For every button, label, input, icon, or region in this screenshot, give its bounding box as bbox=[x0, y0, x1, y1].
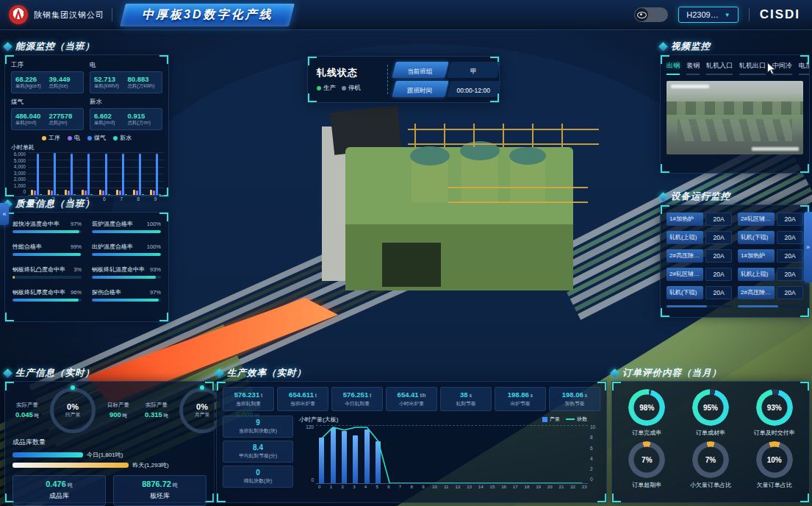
x-tick: 5 bbox=[371, 484, 383, 489]
equipment-value: 20A bbox=[705, 268, 732, 281]
stat-label: 出炉节奏 bbox=[496, 400, 545, 407]
efficiency-side-card: 0待轧块数(块) bbox=[223, 466, 293, 488]
camera-tab-轧机入口[interactable]: 轧机入口 bbox=[706, 61, 733, 75]
bar-煤气 bbox=[105, 154, 107, 195]
legend-item-电[interactable]: 电 bbox=[68, 134, 80, 142]
bar-group bbox=[150, 152, 161, 195]
equipment-label: 轧机(下辊) bbox=[667, 286, 703, 299]
quality-percent: 99% bbox=[71, 243, 82, 250]
equipment-scrollbar-right[interactable] bbox=[738, 305, 803, 307]
equipment-row[interactable]: 2#轧区辅…20A bbox=[738, 213, 803, 226]
bar-电 bbox=[85, 190, 87, 195]
warehouse-boxes: 0.476 吨成品库8876.72 吨板坯库 bbox=[5, 469, 214, 506]
y-tick: 0 bbox=[299, 478, 314, 483]
camera-feed[interactable] bbox=[667, 81, 803, 154]
camera-tab-装钢[interactable]: 装钢 bbox=[686, 61, 700, 75]
camera-tab-轧机出口[interactable]: 轧机出口 bbox=[739, 61, 766, 75]
equipment-label: 1#加热炉 bbox=[738, 249, 775, 263]
stat-unit: t/h bbox=[419, 393, 426, 398]
equipment-row[interactable]: 1#加热炉20A bbox=[667, 213, 732, 226]
right-collapse-handle[interactable]: » bbox=[804, 212, 812, 282]
inventory-bars: 今日(1,801吨)昨天(1,293吨) bbox=[5, 449, 214, 469]
equipment-row[interactable]: 轧机(下辊)20A bbox=[667, 286, 732, 299]
bar-新水 bbox=[73, 194, 76, 195]
orders-panel: 98%订单完成率95%订单成材率93%订单及时交付率7%订单超期率7%小欠量订单… bbox=[611, 381, 810, 503]
x-tick: 21 bbox=[556, 484, 567, 489]
status-legend-生产: 生产 bbox=[317, 84, 336, 93]
warehouse-box: 8876.72 吨板坯库 bbox=[113, 475, 206, 506]
x-tick: 17 bbox=[509, 484, 521, 489]
hourly-output-chart: 小时产量(大板) 产量块数 1200 1086420 0123456789101… bbox=[299, 416, 600, 489]
equipment-value: 20A bbox=[777, 249, 803, 263]
energy-metric-col: 52.713单耗(kWh/t) bbox=[94, 75, 125, 90]
status-legend-停机: 停机 bbox=[342, 84, 361, 93]
legend-item-煤气[interactable]: 煤气 bbox=[87, 134, 106, 142]
x-tick: 18 bbox=[521, 484, 533, 489]
quality-percent: 97% bbox=[71, 221, 82, 227]
energy-metric-card: 52.713单耗(kWh/t)80.883总耗(万kWh) bbox=[90, 71, 162, 93]
legend-dot bbox=[113, 136, 118, 140]
device-selector-dropdown[interactable]: H2309… ▼ bbox=[678, 7, 738, 23]
bar-工序 bbox=[116, 190, 118, 195]
dashboard-stage: 陕钢集团汉钢公司 中厚板3D数字化产线 H2309… ▼ CISDI 能源监控（… bbox=[0, 0, 812, 506]
bar-group bbox=[31, 152, 42, 195]
warehouse-value: 0.476 吨 bbox=[13, 480, 105, 489]
equipment-value: 20A bbox=[777, 231, 803, 244]
legend-label: 块数 bbox=[577, 416, 587, 423]
visibility-toggle[interactable] bbox=[634, 7, 668, 22]
stat-unit: t bbox=[314, 393, 317, 398]
energy-metric-col: 39.449总耗(tce) bbox=[49, 75, 80, 90]
stat-value: 198.86 s bbox=[496, 391, 545, 399]
order-gauges-grid: 98%订单完成率95%订单成材率93%订单及时交付率7%订单超期率7%小欠量订单… bbox=[612, 382, 809, 496]
header-divider bbox=[749, 8, 750, 21]
equipment-row[interactable]: 轧机(上辊)20A bbox=[738, 268, 803, 281]
energy-metric-col: 277578总耗(m³) bbox=[49, 112, 80, 126]
legend-dot bbox=[42, 136, 46, 140]
status-divider bbox=[387, 65, 388, 94]
legend-item-产量[interactable]: 产量 bbox=[542, 416, 560, 423]
legend-item-工序[interactable]: 工序 bbox=[42, 134, 60, 142]
equipment-row[interactable]: 2#轧区辅…20A bbox=[667, 268, 732, 281]
inventory-bar bbox=[12, 452, 83, 457]
energy-chart-title: 小时单耗 bbox=[5, 143, 168, 152]
legend-item-块数[interactable]: 块数 bbox=[566, 416, 587, 423]
y-tick: 2,000 bbox=[7, 177, 26, 182]
stat-label: 今日轧制量 bbox=[333, 400, 381, 407]
camera-tab-出钢[interactable]: 出钢 bbox=[667, 61, 680, 75]
y-tick: 5,000 bbox=[7, 159, 26, 164]
quality-bar-track bbox=[92, 253, 161, 256]
quality-bar-track bbox=[92, 230, 161, 233]
inventory-bar-label: 今日(1,801吨) bbox=[87, 451, 123, 459]
left-collapse-handle[interactable]: « bbox=[0, 203, 9, 225]
order-donut: 98% bbox=[628, 389, 665, 426]
equipment-row[interactable]: 2#高压除…20A bbox=[738, 286, 803, 299]
x-tick: 6 bbox=[383, 484, 395, 489]
equipment-row[interactable]: 轧机(下辊)20A bbox=[738, 231, 803, 244]
y-tick: 6 bbox=[590, 446, 600, 452]
legend-item-新水[interactable]: 新水 bbox=[113, 134, 132, 142]
order-gauge: 7%小欠量订单占比 bbox=[680, 441, 741, 489]
x-tick: 13 bbox=[464, 484, 475, 489]
energy-metric-value: 6.602 bbox=[94, 112, 125, 120]
quality-bar-track bbox=[92, 299, 161, 302]
equipment-row[interactable]: 轧机(上辊)20A bbox=[667, 231, 732, 244]
equipment-value: 20A bbox=[777, 213, 803, 226]
equipment-row[interactable]: 2#高压除…20A bbox=[667, 249, 732, 263]
equipment-value: 20A bbox=[705, 286, 732, 299]
stat-value: 900 吨 bbox=[99, 410, 137, 419]
order-gauge: 93%订单及时交付率 bbox=[744, 389, 805, 437]
panel-diamond-icon bbox=[215, 368, 224, 378]
bar-工序 bbox=[133, 190, 135, 195]
camera-timestamp bbox=[752, 147, 799, 151]
equipment-row[interactable]: 1#加热炉20A bbox=[738, 249, 803, 263]
quality-bar-track bbox=[92, 276, 161, 279]
equipment-scrollbar-left[interactable] bbox=[667, 305, 732, 307]
camera-tab-电加热[interactable]: 电加热 bbox=[799, 61, 809, 75]
donut-percent: 0% bbox=[67, 402, 79, 411]
quality-percent: 96% bbox=[71, 289, 82, 296]
stat-label: 加热节奏 bbox=[550, 400, 599, 407]
energy-panel-title: 能源监控（当班） bbox=[15, 40, 95, 53]
quality-bar-track bbox=[12, 299, 82, 302]
actual-output-stat: 实际产量0.045 吨 bbox=[8, 402, 46, 419]
energy-metric-label: 总耗(万kWh) bbox=[128, 83, 159, 90]
